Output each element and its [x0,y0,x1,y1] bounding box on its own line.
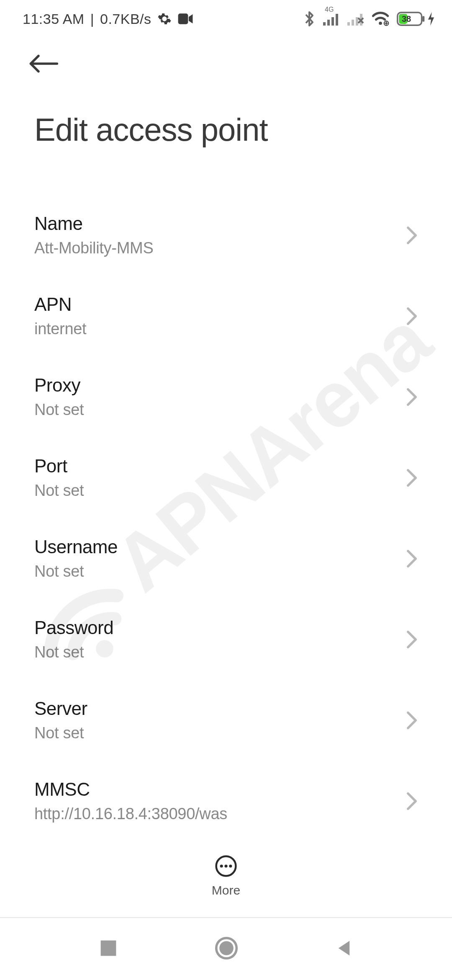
more-icon [215,855,237,877]
svg-rect-19 [100,941,116,956]
settings-row[interactable]: PortNot set [34,439,418,520]
row-value: Not set [34,401,84,419]
triangle-left-icon [335,939,353,957]
svg-rect-13 [422,16,424,22]
chevron-right-icon [406,388,418,406]
row-value: http://10.16.18.4:38090/was [34,805,227,823]
svg-rect-7 [352,20,354,26]
row-value: Att-Mobility-MMS [34,239,153,257]
more-label: More [212,883,240,897]
status-speed: 0.7KB/s [100,11,152,27]
chevron-right-icon [406,711,418,730]
svg-rect-5 [336,14,338,26]
row-title: Server [34,698,87,719]
row-title: Port [34,456,84,477]
back-button[interactable] [0,38,452,75]
row-title: MMSC [34,779,227,800]
battery-indicator: 38 [397,11,435,26]
settings-row[interactable]: NameAtt-Mobility-MMS [34,196,418,277]
charging-icon [427,11,435,26]
gear-icon [157,12,172,26]
chevron-right-icon [406,549,418,568]
camera-icon [177,13,193,25]
signal-sim1: 4G [323,12,340,26]
battery-pct: 38 [402,14,411,24]
svg-rect-4 [331,17,334,26]
svg-point-10 [379,22,382,25]
chevron-right-icon [406,469,418,487]
row-value: Not set [34,482,84,500]
settings-row[interactable]: ProxyNot set [34,358,418,439]
svg-rect-2 [323,22,326,26]
svg-point-18 [229,864,232,867]
row-value: Not set [34,643,113,661]
square-icon [99,939,118,958]
settings-row[interactable]: PasswordNot set [34,601,418,681]
nav-back-button[interactable] [335,939,353,959]
system-nav-bar [0,917,452,980]
row-value: internet [34,320,86,338]
svg-point-21 [219,941,234,955]
settings-list: NameAtt-Mobility-MMSAPNinternetProxyNot … [0,196,452,924]
chevron-right-icon [406,226,418,245]
row-title: Proxy [34,375,84,396]
row-value: Not set [34,562,118,580]
status-bar: 11:35 AM | 0.7KB/s 4G [0,0,452,38]
row-value: Not set [34,724,87,742]
row-title: APN [34,294,86,315]
bottom-action-bar: More [0,835,452,917]
more-button[interactable]: More [212,855,240,897]
wifi-icon [372,11,389,26]
row-title: Username [34,536,118,557]
svg-point-17 [224,864,227,867]
svg-rect-3 [327,20,330,26]
nav-home-button[interactable] [215,936,238,962]
network-type-label: 4G [325,6,334,13]
row-title: Password [34,617,113,638]
bluetooth-icon [303,10,316,27]
settings-row[interactable]: UsernameNot set [34,520,418,601]
status-divider: | [90,11,94,27]
chevron-right-icon [406,630,418,649]
page-title: Edit access point [0,75,452,148]
svg-rect-1 [178,13,188,24]
chevron-right-icon [406,307,418,325]
signal-sim2-icon [347,12,364,26]
nav-recent-button[interactable] [99,939,118,959]
arrow-left-icon [28,54,59,74]
status-time: 11:35 AM [23,11,85,27]
svg-point-16 [220,864,223,867]
signal-bars-icon [323,12,340,26]
row-title: Name [34,213,153,234]
chevron-right-icon [406,792,418,810]
settings-row[interactable]: APNinternet [34,277,418,358]
circle-icon [215,936,238,960]
settings-row[interactable]: ServerNot set [34,681,418,762]
svg-rect-6 [347,22,350,26]
